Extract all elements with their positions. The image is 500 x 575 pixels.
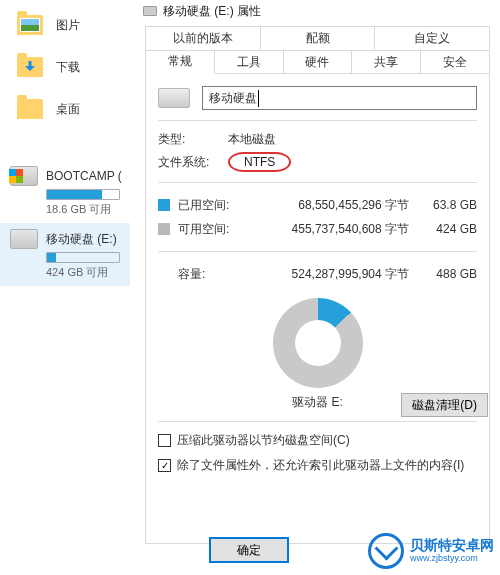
drive-icon [10, 229, 38, 249]
divider [158, 182, 477, 183]
usage-donut [273, 298, 363, 388]
tab-previous-versions[interactable]: 以前的版本 [146, 27, 261, 50]
tab-general-panel: 移动硬盘 类型:本地磁盘 文件系统:NTFS 已用空间: 68,550,455,… [145, 74, 490, 544]
disk-cleanup-button[interactable]: 磁盘清理(D) [401, 393, 488, 417]
index-label: 除了文件属性外，还允许索引此驱动器上文件的内容(I) [177, 457, 464, 474]
tab-tools[interactable]: 工具 [215, 51, 284, 73]
filesystem-label: 文件系统: [158, 154, 228, 171]
folder-pictures-icon [14, 11, 46, 39]
nav-pictures[interactable]: 图片 [0, 4, 130, 46]
checkbox-icon [158, 434, 171, 447]
divider [158, 421, 477, 422]
properties-dialog: 移动硬盘 (E:) 属性 以前的版本 配额 自定义 常规 工具 硬件 共享 安全… [135, 0, 500, 575]
nav-label: 桌面 [56, 101, 80, 118]
free-bytes: 455,737,540,608 字节 [242, 221, 417, 238]
watermark: 贝斯特安卓网 www.zjbstyy.com [368, 533, 494, 569]
tab-customize[interactable]: 自定义 [375, 27, 489, 50]
tab-strip: 以前的版本 配额 自定义 常规 工具 硬件 共享 安全 [145, 26, 490, 74]
capacity-label: 容量: [178, 266, 242, 283]
nav-label: 下载 [56, 59, 80, 76]
drive-label: BOOTCAMP ( [46, 169, 122, 183]
drive-icon [10, 166, 38, 186]
tab-quota[interactable]: 配额 [261, 27, 376, 50]
watermark-text: 贝斯特安卓网 www.zjbstyy.com [410, 538, 494, 563]
capacity-bytes: 524,287,995,904 字节 [242, 266, 417, 283]
used-label: 已用空间: [178, 197, 242, 214]
tab-hardware[interactable]: 硬件 [284, 51, 353, 73]
free-label: 可用空间: [178, 221, 242, 238]
ok-button[interactable]: 确定 [209, 537, 289, 563]
folder-downloads-icon [14, 53, 46, 81]
space-table: 已用空间: 68,550,455,296 字节 63.8 GB 可用空间: 45… [158, 193, 477, 286]
compress-checkbox-row[interactable]: 压缩此驱动器以节约磁盘空间(C) [158, 432, 477, 449]
compress-label: 压缩此驱动器以节约磁盘空间(C) [177, 432, 350, 449]
drive-removable-e[interactable]: 移动硬盘 (E:) 424 GB 可用 [0, 223, 130, 286]
folder-desktop-icon [14, 95, 46, 123]
dialog-titlebar: 移动硬盘 (E:) 属性 [135, 0, 500, 22]
drive-large-icon [158, 88, 190, 108]
capacity-gb: 488 GB [417, 267, 477, 281]
drives-list: BOOTCAMP ( 18.6 GB 可用 移动硬盘 (E:) 424 GB 可… [0, 160, 130, 286]
used-bytes: 68,550,455,296 字节 [242, 197, 417, 214]
type-label: 类型: [158, 131, 228, 148]
capacity-bar [46, 189, 120, 200]
nav-label: 图片 [56, 17, 80, 34]
free-swatch [158, 223, 170, 235]
capacity-bar [46, 252, 120, 263]
divider [158, 251, 477, 252]
type-value: 本地磁盘 [228, 131, 276, 148]
explorer-sidebar: 图片 下载 桌面 BOOTCAMP ( 18.6 GB 可用 移动硬盘 (E:)… [0, 0, 130, 575]
drive-small-icon [143, 6, 157, 16]
tab-sharing[interactable]: 共享 [352, 51, 421, 73]
divider [158, 120, 477, 121]
drive-name-input[interactable]: 移动硬盘 [202, 86, 477, 110]
drive-label: 移动硬盘 (E:) [46, 231, 117, 248]
free-gb: 424 GB [417, 222, 477, 236]
dialog-title: 移动硬盘 (E:) 属性 [163, 3, 261, 20]
drive-bootcamp[interactable]: BOOTCAMP ( 18.6 GB 可用 [0, 160, 130, 223]
nav-desktop[interactable]: 桌面 [0, 88, 130, 130]
filesystem-value: NTFS [228, 152, 291, 172]
drive-sublabel: 424 GB 可用 [46, 265, 122, 280]
checkbox-checked-icon [158, 459, 171, 472]
drive-sublabel: 18.6 GB 可用 [46, 202, 122, 217]
watermark-logo-icon [368, 533, 404, 569]
used-gb: 63.8 GB [417, 198, 477, 212]
nav-downloads[interactable]: 下载 [0, 46, 130, 88]
tab-security[interactable]: 安全 [421, 51, 489, 73]
tab-general[interactable]: 常规 [146, 51, 215, 74]
index-checkbox-row[interactable]: 除了文件属性外，还允许索引此驱动器上文件的内容(I) [158, 457, 477, 474]
used-swatch [158, 199, 170, 211]
